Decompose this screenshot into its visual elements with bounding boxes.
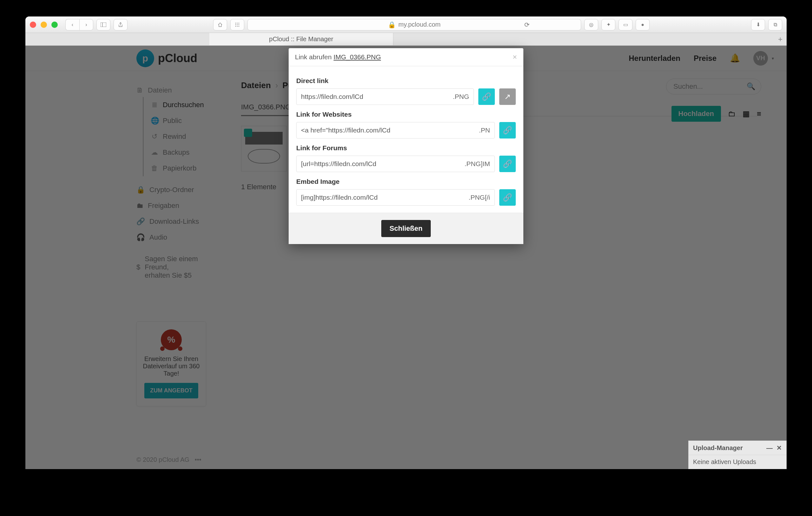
svg-rect-0 <box>100 23 106 27</box>
svg-point-3 <box>237 23 238 24</box>
copy-direct-link-button[interactable]: 🔗 <box>478 88 495 105</box>
link-icon: 🔗 <box>503 159 512 168</box>
new-tab-button[interactable]: + <box>774 33 787 45</box>
link-modal: Link abrufen IMG_0366.PNG × Direct link … <box>289 48 523 244</box>
copy-website-link-button[interactable]: 🔗 <box>499 122 516 139</box>
extension-button-1[interactable]: ✦ <box>601 19 615 30</box>
upload-manager-title: Upload-Manager <box>693 444 743 452</box>
privacy-report-button[interactable]: ◎ <box>584 19 598 30</box>
svg-point-8 <box>235 26 236 27</box>
svg-point-7 <box>238 24 239 25</box>
address-bar[interactable]: 🔒 my.pcloud.com ⟳ <box>248 19 581 30</box>
copy-forum-link-button[interactable]: 🔗 <box>499 156 516 172</box>
input-embed-image[interactable]: [img]https://filedn.com/lCd .PNG[/i <box>296 189 495 206</box>
downloads-button[interactable]: ⬇ <box>751 19 765 30</box>
modal-filename: IMG_0366.PNG <box>334 53 381 61</box>
url-text: my.pcloud.com <box>398 21 441 28</box>
sidebar-toggle-button[interactable] <box>96 19 110 30</box>
input-website-link[interactable]: <a href="https://filedn.com/lCd .PN <box>296 122 495 139</box>
minimize-icon[interactable]: — <box>766 444 773 452</box>
share-button[interactable] <box>114 19 127 30</box>
close-window-button[interactable] <box>30 22 36 28</box>
forward-button[interactable]: › <box>79 19 93 30</box>
back-button[interactable]: ‹ <box>65 19 79 30</box>
zoom-window-button[interactable] <box>51 22 58 28</box>
close-button[interactable]: Schließen <box>381 220 431 237</box>
tab-bar: pCloud :: File Manager + <box>25 33 787 45</box>
input-direct-link[interactable]: https://filedn.com/lCd .PNG <box>296 88 474 105</box>
svg-point-5 <box>235 24 236 25</box>
show-tabs-button[interactable]: ⧉ <box>768 19 782 30</box>
open-direct-link-button[interactable]: ↗ <box>499 88 516 105</box>
svg-point-6 <box>237 24 238 25</box>
copy-embed-image-button[interactable]: 🔗 <box>499 189 516 206</box>
label-website-link: Link for Websites <box>296 111 516 118</box>
apps-grid-button[interactable] <box>230 19 244 30</box>
svg-point-2 <box>235 23 236 24</box>
link-icon: 🔗 <box>503 126 512 135</box>
reader-button[interactable]: ▭ <box>618 19 633 30</box>
browser-toolbar: ‹ › 🔒 my.pcloud.com ⟳ ◎ ✦ ▭ ● ⬇ ⧉ <box>25 17 787 33</box>
modal-close-icon[interactable]: × <box>513 53 517 61</box>
modal-header: Link abrufen IMG_0366.PNG × <box>289 48 523 66</box>
link-icon: 🔗 <box>503 193 512 202</box>
lock-icon: 🔒 <box>388 21 396 29</box>
home-button[interactable] <box>213 19 227 30</box>
tab-pcloud[interactable]: pCloud :: File Manager <box>209 33 393 45</box>
label-embed-image: Embed Image <box>296 178 516 185</box>
svg-point-10 <box>238 26 239 27</box>
close-icon[interactable]: ✕ <box>777 444 782 452</box>
browser-window: ‹ › 🔒 my.pcloud.com ⟳ ◎ ✦ ▭ ● ⬇ ⧉ p <box>25 17 787 469</box>
input-forum-link[interactable]: [url=https://filedn.com/lCd .PNG]IM <box>296 156 495 172</box>
reload-icon[interactable]: ⟳ <box>524 21 530 29</box>
upload-manager-empty: Keine aktiven Uploads <box>689 455 786 469</box>
svg-point-9 <box>237 26 238 27</box>
upload-manager: Upload-Manager — ✕ Keine aktiven Uploads <box>688 441 787 469</box>
minimize-window-button[interactable] <box>40 22 47 28</box>
external-link-icon: ↗ <box>504 92 511 101</box>
extension-button-2[interactable]: ● <box>636 19 649 30</box>
label-forum-link: Link for Forums <box>296 144 516 152</box>
window-controls <box>30 22 58 28</box>
tab-title: pCloud :: File Manager <box>269 35 333 43</box>
label-direct-link: Direct link <box>296 77 516 85</box>
svg-point-4 <box>238 23 239 24</box>
link-icon: 🔗 <box>482 92 491 101</box>
